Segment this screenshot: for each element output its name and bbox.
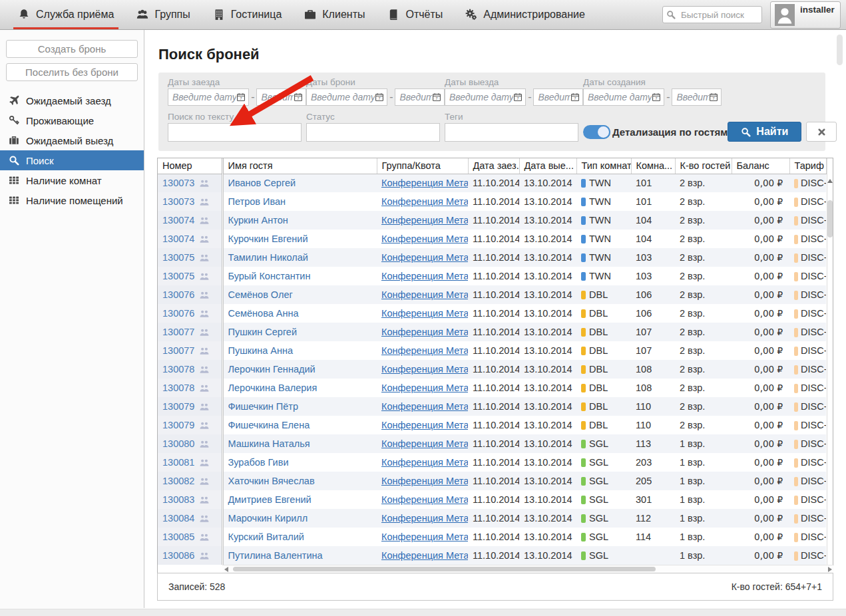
booking-number-link[interactable]: 130077: [162, 345, 194, 356]
guest-name-link[interactable]: Хаточкин Вячеслав: [228, 476, 315, 486]
table-row[interactable]: 130073 Петров Иван Конференция Металлу 1…: [158, 192, 826, 211]
table-row[interactable]: 130085 Курский Виталий Конференция Метал…: [158, 528, 826, 546]
arrival-dates-to-input[interactable]: [261, 92, 294, 102]
column-header[interactable]: Группа/Квота: [377, 158, 468, 174]
sidebar-item-space-availability[interactable]: Наличие помещений: [0, 190, 144, 210]
booking-number-link[interactable]: 130085: [162, 532, 194, 542]
guest-name-link[interactable]: Пушкина Анна: [228, 345, 294, 356]
group-quota-link[interactable]: Конференция Металлу: [381, 252, 468, 263]
group-quota-link[interactable]: Конференция Металлу: [381, 513, 468, 524]
guest-name-link[interactable]: Семёнова Анна: [228, 308, 299, 319]
tags-input[interactable]: [445, 123, 578, 142]
table-row[interactable]: 130078 Лерочкина Валерия Конференция Мет…: [158, 379, 826, 397]
guest-name-link[interactable]: Курочкин Евгений: [228, 233, 308, 244]
group-quota-link[interactable]: Конференция Металлу: [381, 271, 468, 281]
sidebar-item-expected-departure[interactable]: Ожидаемый выезд: [0, 130, 144, 150]
booking-dates-from-input[interactable]: [311, 92, 375, 102]
table-row[interactable]: 130074 Курочкин Евгений Конференция Мета…: [158, 230, 826, 248]
table-row[interactable]: 130084 Марочкин Кирилл Конференция Метал…: [158, 509, 826, 528]
group-quota-link[interactable]: Конференция Металлу: [381, 364, 468, 375]
horizontal-scrollbar-thumb[interactable]: [233, 567, 656, 571]
group-quota-link[interactable]: Конференция Металлу: [381, 327, 468, 337]
guest-detail-toggle[interactable]: [583, 125, 610, 139]
table-row[interactable]: 130077 Пушкина Анна Конференция Металлу …: [158, 341, 826, 360]
column-header[interactable]: Имя гостя: [222, 158, 377, 174]
group-quota-link[interactable]: Конференция Металлу: [381, 289, 468, 300]
find-button[interactable]: Найти: [728, 122, 801, 142]
booking-number-link[interactable]: 130073: [162, 178, 194, 188]
group-quota-link[interactable]: Конференция Металлу: [381, 308, 468, 319]
table-row[interactable]: 130082 Хаточкин Вячеслав Конференция Мет…: [158, 472, 826, 490]
booking-number-link[interactable]: 130073: [162, 196, 194, 207]
table-row[interactable]: 130080 Машкина Наталья Конференция Метал…: [158, 434, 826, 453]
scroll-up-arrow[interactable]: [827, 179, 833, 183]
guest-name-link[interactable]: Путилина Валентина: [228, 550, 323, 561]
table-row[interactable]: 130079 Фишечкина Елена Конференция Метал…: [158, 416, 826, 434]
clear-button[interactable]: [806, 122, 837, 142]
booking-number-link[interactable]: 130083: [162, 494, 194, 505]
quick-search-input[interactable]: [662, 6, 762, 23]
booking-number-link[interactable]: 130074: [162, 233, 194, 244]
nav-item-hotel[interactable]: Гостиница: [202, 0, 294, 29]
guest-name-link[interactable]: Бурый Константин: [228, 271, 311, 281]
guest-name-link[interactable]: Зурабов Гиви: [228, 457, 289, 468]
sidebar-item-search[interactable]: Поиск: [0, 150, 144, 170]
guest-name-link[interactable]: Петров Иван: [228, 196, 286, 207]
table-row[interactable]: 130077 Пушкин Сергей Конференция Металлу…: [158, 323, 826, 341]
guest-name-link[interactable]: Фишечкина Елена: [228, 420, 310, 430]
group-quota-link[interactable]: Конференция Металлу: [381, 215, 468, 226]
column-header[interactable]: К-во гостей: [675, 158, 732, 174]
table-row[interactable]: 130075 Бурый Константин Конференция Мета…: [158, 267, 826, 285]
column-header[interactable]: Тариф: [789, 158, 826, 174]
group-quota-link[interactable]: Конференция Металлу: [381, 383, 468, 393]
booking-number-link[interactable]: 130078: [162, 383, 194, 393]
guest-name-link[interactable]: Семёнов Олег: [228, 289, 293, 300]
booking-number-link[interactable]: 130074: [162, 215, 194, 226]
vertical-scrollbar[interactable]: [827, 158, 833, 565]
table-row[interactable]: 130078 Лерочкин Геннадий Конференция Мет…: [158, 360, 826, 379]
group-quota-link[interactable]: Конференция Металлу: [381, 550, 468, 561]
group-quota-link[interactable]: Конференция Металлу: [381, 233, 468, 244]
guest-name-link[interactable]: Дмитриев Евгений: [228, 494, 312, 505]
booking-number-link[interactable]: 130076: [162, 308, 194, 319]
scroll-left-arrow[interactable]: [224, 567, 228, 572]
nav-item-clients[interactable]: Клиенты: [293, 0, 376, 29]
column-header[interactable]: Дата заез...: [468, 158, 519, 174]
guest-name-link[interactable]: Куркин Антон: [228, 215, 288, 226]
creation-dates-from-input[interactable]: [588, 92, 652, 102]
column-header[interactable]: Номер: [158, 158, 222, 174]
group-quota-link[interactable]: Конференция Металлу: [381, 178, 468, 188]
table-row[interactable]: 130079 Фишечкин Пётр Конференция Металлу…: [158, 397, 826, 416]
column-header[interactable]: Комна...: [631, 158, 675, 174]
guest-name-link[interactable]: Тамилин Николай: [228, 252, 308, 263]
departure-dates-from-input[interactable]: [449, 92, 513, 102]
column-header[interactable]: Баланс: [732, 158, 789, 174]
scroll-right-arrow[interactable]: [828, 567, 832, 572]
guest-name-link[interactable]: Лерочкин Геннадий: [228, 364, 316, 375]
arrival-dates-from-input[interactable]: [172, 92, 236, 102]
table-row[interactable]: 130074 Куркин Антон Конференция Металлу …: [158, 211, 826, 230]
guest-name-link[interactable]: Курский Виталий: [228, 532, 304, 542]
nav-item-administration[interactable]: Администрирование: [454, 0, 596, 29]
departure-dates-to-input[interactable]: [538, 92, 570, 102]
table-row[interactable]: 130076 Семёнова Анна Конференция Металлу…: [158, 304, 826, 323]
booking-number-link[interactable]: 130075: [162, 271, 194, 281]
booking-number-link[interactable]: 130086: [162, 550, 194, 561]
group-quota-link[interactable]: Конференция Металлу: [381, 457, 468, 468]
group-quota-link[interactable]: Конференция Металлу: [381, 401, 468, 412]
booking-number-link[interactable]: 130084: [162, 513, 194, 524]
booking-number-link[interactable]: 130078: [162, 364, 194, 375]
creation-dates-to-input[interactable]: [676, 92, 709, 102]
table-row[interactable]: 130076 Семёнов Олег Конференция Металлу …: [158, 285, 826, 304]
sidebar-item-expected-arrival[interactable]: Ожидаемый заезд: [0, 90, 144, 110]
booking-number-link[interactable]: 130082: [162, 476, 194, 486]
booking-number-link[interactable]: 130077: [162, 327, 194, 337]
nav-item-front-desk[interactable]: Служба приёма: [7, 0, 125, 29]
table-row[interactable]: 130086 Путилина Валентина Конференция Ме…: [158, 546, 826, 565]
sidebar-item-in-house[interactable]: Проживающие: [0, 110, 144, 130]
column-header[interactable]: Дата вые...: [519, 158, 576, 174]
sidebar-item-room-availability[interactable]: Наличие комнат: [0, 170, 144, 190]
booking-number-link[interactable]: 130079: [162, 420, 194, 430]
guest-name-link[interactable]: Марочкин Кирилл: [228, 513, 308, 524]
checkin-without-booking-button[interactable]: Поселить без брони: [6, 63, 138, 81]
